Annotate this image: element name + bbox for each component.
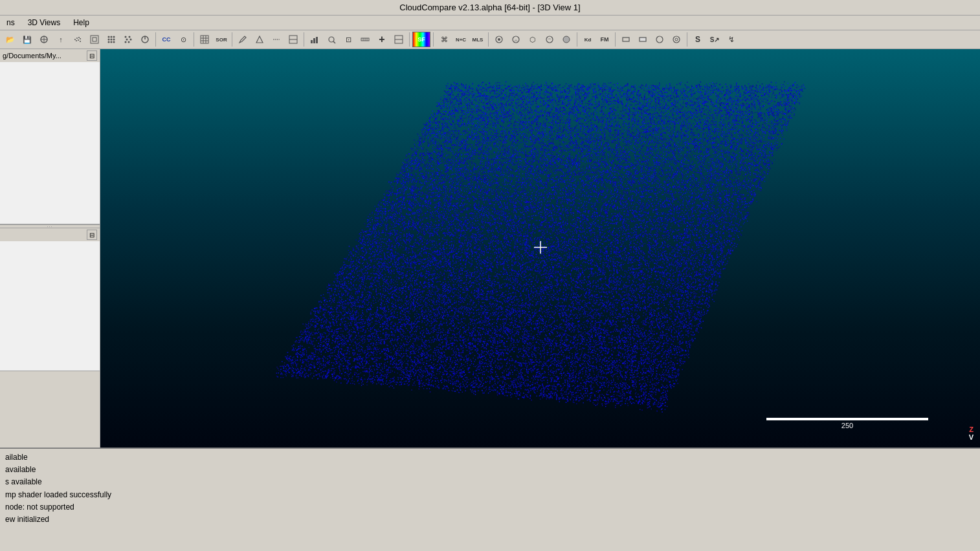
- viewport-3d[interactable]: 250 Z V: [100, 49, 980, 448]
- segment3-button[interactable]: ↯: [724, 32, 739, 47]
- panel-header-1: g/Documents/My... ⊟: [0, 49, 100, 62]
- translate-button[interactable]: ↑: [53, 32, 69, 47]
- svg-point-3: [74, 39, 76, 40]
- log-line-5: node: not supported: [5, 501, 975, 513]
- zoom2-button[interactable]: ⊡: [340, 32, 356, 47]
- menu-ns[interactable]: ns: [3, 17, 19, 28]
- panel-section-1: g/Documents/My... ⊟: [0, 49, 100, 224]
- dist-button[interactable]: [269, 32, 284, 47]
- svg-point-14: [113, 36, 115, 38]
- svg-point-21: [125, 36, 127, 38]
- sf-button[interactable]: SF: [412, 32, 430, 47]
- panel-collapse-2[interactable]: ⊟: [87, 230, 97, 240]
- render2-button[interactable]: [508, 32, 524, 47]
- histogram-button[interactable]: [307, 32, 322, 47]
- svg-point-50: [498, 38, 500, 41]
- render4-button[interactable]: [542, 32, 557, 47]
- svg-point-53: [563, 36, 570, 43]
- panel-section-2: ⊟: [0, 228, 100, 371]
- panel-path: g/Documents/My...: [3, 52, 61, 59]
- subsample-button[interactable]: [104, 32, 119, 47]
- viewport-canvas: 250 Z V: [100, 49, 980, 448]
- plugin-button[interactable]: ⊙: [175, 32, 191, 47]
- select-button[interactable]: [36, 32, 52, 47]
- scale-bar: 250: [766, 418, 928, 429]
- log-panel: ailable available s available mp shader …: [0, 448, 980, 551]
- title-bar: CloudCompare v2.13.alpha [64-bit] - [3D …: [0, 0, 980, 16]
- menu-help[interactable]: Help: [69, 17, 93, 28]
- cloud-button[interactable]: [70, 32, 85, 47]
- svg-rect-39: [313, 38, 315, 43]
- svg-point-56: [656, 36, 663, 43]
- clip-button[interactable]: [252, 32, 267, 47]
- segment-button[interactable]: S: [690, 32, 706, 47]
- svg-point-57: [673, 36, 680, 43]
- sor-button[interactable]: SOR: [214, 32, 229, 47]
- nc-button[interactable]: N+C: [453, 32, 469, 47]
- cc-button[interactable]: CC: [159, 32, 174, 47]
- svg-point-26: [128, 41, 130, 43]
- ruler-button[interactable]: [357, 32, 373, 47]
- toolbar-sep-10: [687, 32, 687, 47]
- toolbar-sep-3: [232, 32, 232, 47]
- svg-point-18: [108, 41, 110, 43]
- render1-button[interactable]: [491, 32, 507, 47]
- render3-button[interactable]: ⬡: [525, 32, 540, 47]
- toolbar-sep-5: [409, 32, 410, 47]
- axis-v-label: V: [969, 433, 974, 441]
- view2-button[interactable]: [635, 32, 651, 47]
- subsample2-button[interactable]: [120, 32, 136, 47]
- svg-rect-54: [623, 38, 629, 41]
- log-line-2: available: [5, 464, 975, 476]
- svg-point-24: [130, 39, 132, 41]
- add-button[interactable]: +: [374, 32, 390, 47]
- mls-button[interactable]: MLS: [470, 32, 485, 47]
- edit-button[interactable]: [235, 32, 251, 47]
- svg-point-20: [113, 41, 115, 43]
- svg-point-5: [78, 37, 80, 38]
- scale-bar-line: [766, 418, 928, 420]
- svg-line-42: [333, 41, 335, 43]
- zoom-fit-button[interactable]: [324, 32, 339, 47]
- toolbar-sep-1: [155, 32, 156, 47]
- toolbar-sep-9: [615, 32, 616, 47]
- svg-point-17: [113, 39, 115, 41]
- view3-button[interactable]: [652, 32, 667, 47]
- toolbar-sep-8: [577, 32, 577, 47]
- svg-point-22: [129, 36, 131, 38]
- grid-button[interactable]: [197, 32, 212, 47]
- panel-content-1: [0, 62, 100, 224]
- svg-rect-38: [311, 40, 313, 43]
- filter-button[interactable]: [87, 32, 102, 47]
- fm-button[interactable]: FM: [597, 32, 612, 47]
- svg-point-15: [108, 39, 110, 41]
- profile-button[interactable]: [285, 32, 301, 47]
- svg-point-41: [329, 37, 334, 42]
- segment2-button[interactable]: S↗: [707, 32, 722, 47]
- svg-rect-29: [201, 36, 208, 43]
- log-line-3: s available: [5, 476, 975, 488]
- svg-point-13: [111, 36, 113, 38]
- panel-header-2: ⊟: [0, 228, 100, 241]
- toolbar-sep-7: [488, 32, 489, 47]
- svg-rect-55: [640, 38, 646, 41]
- toolbar-sep-6: [433, 32, 434, 47]
- save-button[interactable]: 💾: [19, 32, 35, 47]
- subtract-button[interactable]: [391, 32, 406, 47]
- toolbar: 📂 💾 ↑ CC ⊙ SOR ⊡ +: [0, 30, 980, 49]
- mesh1-button[interactable]: ⌘: [436, 32, 452, 47]
- render5-button[interactable]: [559, 32, 574, 47]
- log-line-6: ew initialized: [5, 513, 975, 526]
- menu-3dviews[interactable]: 3D Views: [24, 17, 64, 28]
- svg-point-25: [125, 41, 127, 43]
- open-button[interactable]: 📂: [3, 32, 18, 47]
- menu-bar: ns 3D Views Help: [0, 16, 980, 30]
- kd-button[interactable]: Kd: [580, 32, 596, 47]
- view1-button[interactable]: [618, 32, 634, 47]
- svg-point-4: [76, 38, 78, 39]
- svg-point-23: [126, 39, 128, 41]
- view4-button[interactable]: [669, 32, 684, 47]
- svg-point-58: [675, 38, 678, 41]
- panel-collapse-1[interactable]: ⊟: [87, 50, 97, 61]
- normals-button[interactable]: [137, 32, 153, 47]
